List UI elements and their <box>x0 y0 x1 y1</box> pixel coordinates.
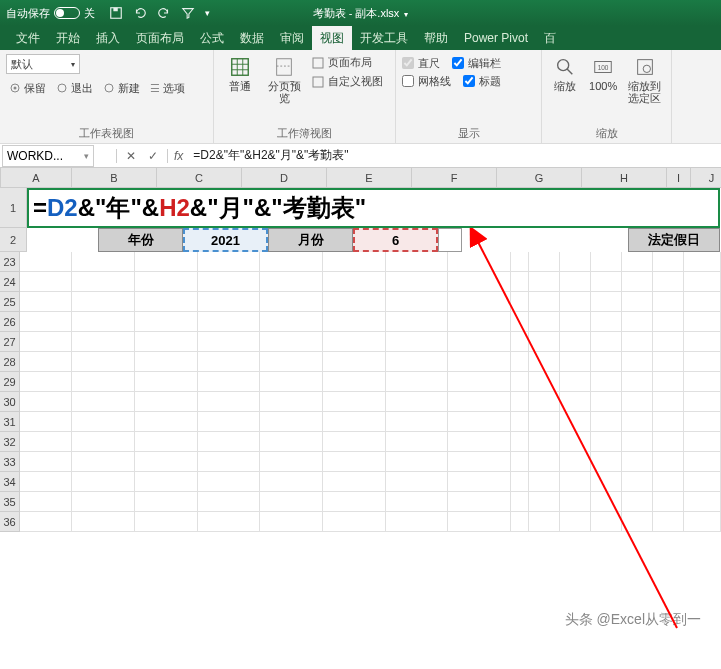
cell-L32[interactable] <box>591 432 622 452</box>
cell-J31[interactable] <box>529 412 560 432</box>
cell-I33[interactable] <box>511 452 529 472</box>
cell-C29[interactable] <box>135 372 198 392</box>
cell-E25[interactable] <box>260 292 323 312</box>
cell-G28[interactable] <box>386 352 449 372</box>
row-header-25[interactable]: 25 <box>0 292 20 312</box>
cell-F23[interactable] <box>323 252 386 272</box>
cell-I32[interactable] <box>511 432 529 452</box>
cell-K34[interactable] <box>560 472 591 492</box>
cell-year-value[interactable]: 2021 <box>183 228 268 252</box>
cell-H25[interactable] <box>448 292 511 312</box>
row-header-29[interactable]: 29 <box>0 372 20 392</box>
cell-I35[interactable] <box>511 492 529 512</box>
cell-I23[interactable] <box>511 252 529 272</box>
cell-B27[interactable] <box>72 332 135 352</box>
cell-N27[interactable] <box>653 332 684 352</box>
cell-D35[interactable] <box>198 492 261 512</box>
cell-D29[interactable] <box>198 372 261 392</box>
cell-L28[interactable] <box>591 352 622 372</box>
cell-I27[interactable] <box>511 332 529 352</box>
row-header-34[interactable]: 34 <box>0 472 20 492</box>
cell-A28[interactable] <box>20 352 72 372</box>
col-header-A[interactable]: A <box>1 168 72 188</box>
cell-I28[interactable] <box>511 352 529 372</box>
col-header-E[interactable]: E <box>327 168 412 188</box>
cell-blank[interactable] <box>438 228 462 252</box>
cell-F31[interactable] <box>323 412 386 432</box>
sheet-view-dropdown[interactable]: 默认▾ <box>6 54 80 74</box>
row-header-30[interactable]: 30 <box>0 392 20 412</box>
cell-J32[interactable] <box>529 432 560 452</box>
cell-E30[interactable] <box>260 392 323 412</box>
cell-J34[interactable] <box>529 472 560 492</box>
tab-开始[interactable]: 开始 <box>48 26 88 50</box>
cell-D31[interactable] <box>198 412 261 432</box>
cell-K28[interactable] <box>560 352 591 372</box>
cell-B30[interactable] <box>72 392 135 412</box>
new-button[interactable]: 新建 <box>100 80 143 97</box>
page-layout-button[interactable]: 页面布局 <box>308 54 386 71</box>
cell-K26[interactable] <box>560 312 591 332</box>
cell-I36[interactable] <box>511 512 529 532</box>
cell-B35[interactable] <box>72 492 135 512</box>
cell-N29[interactable] <box>653 372 684 392</box>
cell-B25[interactable] <box>72 292 135 312</box>
cell-year-label[interactable]: 年份 <box>98 228 183 252</box>
cell-J30[interactable] <box>529 392 560 412</box>
redo-icon[interactable] <box>157 6 171 20</box>
cancel-formula-button[interactable]: ✕ <box>123 149 139 163</box>
name-box[interactable]: WORKD...▾ <box>2 145 94 167</box>
cell-M36[interactable] <box>622 512 653 532</box>
cell-C28[interactable] <box>135 352 198 372</box>
cell-E24[interactable] <box>260 272 323 292</box>
undo-icon[interactable] <box>133 6 147 20</box>
cell-C26[interactable] <box>135 312 198 332</box>
cell-D26[interactable] <box>198 312 261 332</box>
cell-I31[interactable] <box>511 412 529 432</box>
cell-A36[interactable] <box>20 512 72 532</box>
cell-C25[interactable] <box>135 292 198 312</box>
qat-dropdown-icon[interactable]: ▾ <box>205 8 210 18</box>
normal-view-button[interactable]: 普通 <box>220 54 260 94</box>
cell-E33[interactable] <box>260 452 323 472</box>
cell-E26[interactable] <box>260 312 323 332</box>
cell-I26[interactable] <box>511 312 529 332</box>
cell-D30[interactable] <box>198 392 261 412</box>
tab-文件[interactable]: 文件 <box>8 26 48 50</box>
cell-N24[interactable] <box>653 272 684 292</box>
cell-N30[interactable] <box>653 392 684 412</box>
cell-F34[interactable] <box>323 472 386 492</box>
cell-A24[interactable] <box>20 272 72 292</box>
cell-M34[interactable] <box>622 472 653 492</box>
cell-L24[interactable] <box>591 272 622 292</box>
cell-E34[interactable] <box>260 472 323 492</box>
cell-C30[interactable] <box>135 392 198 412</box>
cell-K24[interactable] <box>560 272 591 292</box>
row-header-24[interactable]: 24 <box>0 272 20 292</box>
tab-开发工具[interactable]: 开发工具 <box>352 26 416 50</box>
options-button[interactable]: ☰选项 <box>147 80 188 97</box>
tab-插入[interactable]: 插入 <box>88 26 128 50</box>
cell-D33[interactable] <box>198 452 261 472</box>
cell-C24[interactable] <box>135 272 198 292</box>
cell-N35[interactable] <box>653 492 684 512</box>
cell-N36[interactable] <box>653 512 684 532</box>
formula-input[interactable]: =D2&"年"&H2&"月"&"考勤表" <box>189 147 721 164</box>
cell-G36[interactable] <box>386 512 449 532</box>
cell-C27[interactable] <box>135 332 198 352</box>
row-header-1[interactable]: 1 <box>0 188 27 228</box>
cell-G29[interactable] <box>386 372 449 392</box>
cell-O30[interactable] <box>684 392 721 412</box>
cell-K25[interactable] <box>560 292 591 312</box>
cell-M26[interactable] <box>622 312 653 332</box>
cell-H33[interactable] <box>448 452 511 472</box>
cell-K35[interactable] <box>560 492 591 512</box>
cell-K30[interactable] <box>560 392 591 412</box>
cell-G35[interactable] <box>386 492 449 512</box>
cell-J25[interactable] <box>529 292 560 312</box>
cell-O35[interactable] <box>684 492 721 512</box>
tab-Power Pivot[interactable]: Power Pivot <box>456 26 536 50</box>
tab-审阅[interactable]: 审阅 <box>272 26 312 50</box>
cell-O28[interactable] <box>684 352 721 372</box>
cell-N25[interactable] <box>653 292 684 312</box>
